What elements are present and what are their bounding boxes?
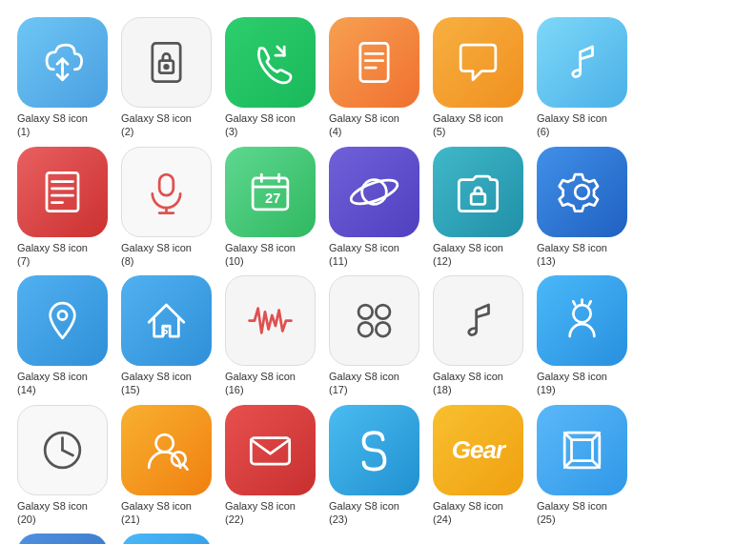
icon-label-12: Galaxy S8 icon (12) xyxy=(433,241,503,269)
icon-grid: Galaxy S8 icon (1) Galaxy S8 icon (2) Ga… xyxy=(10,10,746,544)
icon-box-11 xyxy=(329,147,419,237)
svg-rect-12 xyxy=(47,172,78,211)
icon-label-23: Galaxy S8 icon (23) xyxy=(329,499,399,527)
icon-label-11: Galaxy S8 icon (11) xyxy=(329,241,399,269)
icon-box-7 xyxy=(17,147,108,237)
icon-item-1[interactable]: Galaxy S8 icon (1) xyxy=(17,17,117,139)
icon-item-7[interactable]: Galaxy S8 icon (7) xyxy=(17,147,117,269)
icon-item-2[interactable]: Galaxy S8 icon (2) xyxy=(121,17,221,139)
icon-label-13: Galaxy S8 icon (13) xyxy=(537,241,607,269)
icon-box-12 xyxy=(433,147,523,237)
icon-item-18[interactable]: Galaxy S8 icon (18) xyxy=(433,275,533,397)
icon-box-10: 27 xyxy=(225,147,316,237)
svg-point-4 xyxy=(165,65,169,69)
icon-label-20: Galaxy S8 icon (20) xyxy=(17,499,88,527)
icon-label-19: Galaxy S8 icon (19) xyxy=(537,370,607,397)
icon-item-6[interactable]: Galaxy S8 icon (6) xyxy=(537,17,637,139)
icon-item-13[interactable]: Galaxy S8 icon (13) xyxy=(537,147,637,269)
svg-rect-17 xyxy=(159,174,174,195)
icon-label-10: Galaxy S8 icon (10) xyxy=(225,241,296,269)
icon-box-13 xyxy=(537,147,627,237)
icon-item-4[interactable]: Galaxy S8 icon (4) xyxy=(329,17,429,139)
icon-box-23 xyxy=(329,405,419,495)
svg-text:$: $ xyxy=(161,323,168,337)
icon-label-25: Galaxy S8 icon (25) xyxy=(537,499,607,527)
icon-box-25 xyxy=(537,405,627,495)
icon-box-18 xyxy=(433,275,523,366)
icon-item-17[interactable]: Galaxy S8 icon (17) xyxy=(329,275,429,397)
icon-item-25[interactable]: Galaxy S8 icon (25) xyxy=(537,405,637,527)
icon-item-5[interactable]: Galaxy S8 icon (5) xyxy=(433,17,533,139)
icon-item-8[interactable]: Galaxy S8 icon (8) xyxy=(121,147,221,269)
icon-item-14[interactable]: Galaxy S8 icon (14) xyxy=(17,275,117,397)
svg-point-29 xyxy=(58,312,67,320)
icon-label-16: Galaxy S8 icon (16) xyxy=(225,370,296,397)
svg-rect-8 xyxy=(360,43,388,81)
icon-box-19 xyxy=(537,275,627,366)
icon-box-22 xyxy=(225,405,316,495)
icon-item-11[interactable]: Galaxy S8 icon (11) xyxy=(329,147,429,269)
icon-item-23[interactable]: Galaxy S8 icon (23) xyxy=(329,405,429,527)
icon-box-8 xyxy=(121,147,212,237)
icon-item-26[interactable]: Galaxy S8 icon (26) xyxy=(17,534,117,544)
icon-item-3[interactable]: Galaxy S8 icon (3) xyxy=(225,17,325,139)
svg-point-32 xyxy=(376,305,390,319)
icon-label-24: Galaxy S8 icon (24) xyxy=(433,499,503,527)
icon-label-5: Galaxy S8 icon (5) xyxy=(433,111,503,139)
icon-label-4: Galaxy S8 icon (4) xyxy=(329,111,399,139)
icon-box-27 xyxy=(121,534,212,544)
icon-box-26 xyxy=(17,534,108,544)
svg-point-28 xyxy=(575,185,589,199)
icon-item-10[interactable]: 27 Galaxy S8 icon (10) xyxy=(225,147,325,269)
icon-box-3 xyxy=(225,17,316,108)
icon-item-16[interactable]: Galaxy S8 icon (16) xyxy=(225,275,325,397)
icon-box-21 xyxy=(121,405,212,495)
icon-box-17 xyxy=(329,275,419,366)
icon-item-21[interactable]: Galaxy S8 icon (21) xyxy=(121,405,221,527)
icon-item-24[interactable]: GearGalaxy S8 icon (24) xyxy=(433,405,533,527)
svg-rect-2 xyxy=(153,43,180,81)
svg-rect-47 xyxy=(572,439,593,460)
icon-label-22: Galaxy S8 icon (22) xyxy=(225,499,296,527)
svg-line-41 xyxy=(63,450,73,455)
icon-label-15: Galaxy S8 icon (15) xyxy=(121,370,192,397)
svg-line-44 xyxy=(183,464,188,470)
svg-point-35 xyxy=(573,305,590,322)
icon-box-6 xyxy=(537,17,627,108)
icon-label-2: Galaxy S8 icon (2) xyxy=(121,111,192,139)
icon-box-4 xyxy=(329,17,419,108)
icon-label-6: Galaxy S8 icon (6) xyxy=(537,111,607,139)
icon-box-24: Gear xyxy=(433,405,523,495)
icon-label-7: Galaxy S8 icon (7) xyxy=(17,241,88,269)
icon-label-17: Galaxy S8 icon (17) xyxy=(329,370,399,397)
svg-point-31 xyxy=(358,305,373,319)
icon-item-27[interactable]: Galaxy S8 icon (27) xyxy=(121,534,221,544)
svg-point-42 xyxy=(156,434,174,452)
svg-point-34 xyxy=(376,323,390,337)
svg-point-33 xyxy=(358,323,373,337)
icon-label-1: Galaxy S8 icon (1) xyxy=(17,111,88,139)
icon-label-3: Galaxy S8 icon (3) xyxy=(225,111,296,139)
icon-label-18: Galaxy S8 icon (18) xyxy=(433,370,503,397)
icon-box-15: $ xyxy=(121,275,212,366)
icon-box-2 xyxy=(121,17,212,108)
icon-label-8: Galaxy S8 icon (8) xyxy=(121,241,192,269)
icon-item-12[interactable]: Galaxy S8 icon (12) xyxy=(433,147,533,269)
icon-item-15[interactable]: $ Galaxy S8 icon (15) xyxy=(121,275,221,397)
icon-box-5 xyxy=(433,17,523,108)
icon-box-20 xyxy=(17,405,108,495)
svg-text:27: 27 xyxy=(265,190,280,205)
icon-label-14: Galaxy S8 icon (14) xyxy=(17,370,88,397)
icon-box-1 xyxy=(17,17,108,108)
icon-item-22[interactable]: Galaxy S8 icon (22) xyxy=(225,405,325,527)
icon-item-19[interactable]: Galaxy S8 icon (19) xyxy=(537,275,637,397)
icon-box-16 xyxy=(225,275,316,366)
svg-rect-27 xyxy=(471,193,485,204)
svg-line-38 xyxy=(589,302,591,306)
icon-label-21: Galaxy S8 icon (21) xyxy=(121,499,192,527)
icon-item-20[interactable]: Galaxy S8 icon (20) xyxy=(17,405,117,527)
svg-rect-45 xyxy=(251,437,289,464)
svg-line-37 xyxy=(573,302,575,306)
icon-box-14 xyxy=(17,275,108,366)
